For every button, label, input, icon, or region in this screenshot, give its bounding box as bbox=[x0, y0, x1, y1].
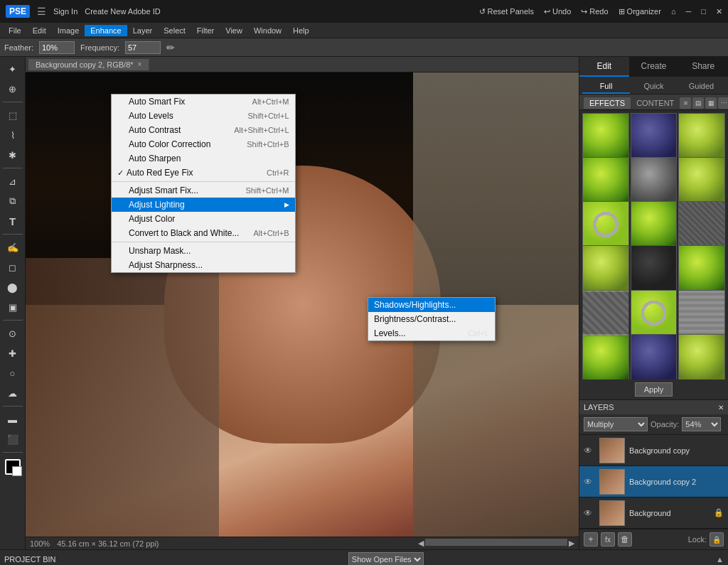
effect-thumb-1[interactable] bbox=[582, 113, 629, 160]
layer-item-bg[interactable]: 👁 Background 🔒 bbox=[579, 497, 728, 529]
tool-foreground-color[interactable] bbox=[5, 459, 21, 475]
menu-icon[interactable]: ☰ bbox=[37, 6, 46, 17]
effect-thumb-7[interactable] bbox=[582, 201, 629, 248]
effect-thumb-6[interactable] bbox=[678, 157, 725, 204]
tool-brush[interactable]: ✍ bbox=[3, 238, 23, 257]
menu-auto-color-correction[interactable]: Auto Color Correction Shift+Ctrl+B bbox=[112, 137, 295, 151]
mode-tab-full[interactable]: Full bbox=[582, 80, 630, 94]
submenu-brightness-contrast[interactable]: Brightness/Contrast... bbox=[368, 312, 495, 326]
tool-healing[interactable]: ✚ bbox=[3, 344, 23, 362]
menu-unsharp-mask[interactable]: Unsharp Mask... bbox=[112, 244, 295, 258]
project-bin-expand[interactable]: ▲ bbox=[716, 555, 724, 564]
close-btn[interactable]: ✕ bbox=[716, 7, 722, 16]
effects-tab[interactable]: EFFECTS bbox=[584, 97, 631, 109]
tool-select-rect[interactable]: ⬚ bbox=[3, 106, 23, 124]
tool-eraser[interactable]: ◻ bbox=[3, 258, 23, 276]
tool-move[interactable]: ✦ bbox=[3, 60, 23, 78]
ec-icon-small-thumb[interactable]: ▤ bbox=[692, 97, 704, 109]
canvas-tab[interactable]: Background copy 2, RGB/8* × bbox=[28, 59, 149, 70]
submenu-shadows-highlights[interactable]: Shadows/Highlights... bbox=[368, 298, 495, 312]
layer-item-bg-copy[interactable]: 👁 Background copy bbox=[579, 435, 728, 466]
tab-close[interactable]: × bbox=[138, 60, 142, 68]
effect-thumb-15[interactable] bbox=[678, 290, 725, 337]
menu-convert-bw[interactable]: Convert to Black and White... Alt+Ctrl+B bbox=[112, 226, 295, 240]
effect-thumb-2[interactable] bbox=[631, 113, 678, 160]
menu-adjust-lighting[interactable]: Adjust Lighting Shadows/Highlights... Br… bbox=[112, 198, 295, 212]
tool-smudge[interactable]: ☁ bbox=[3, 384, 23, 402]
effect-thumb-3[interactable] bbox=[678, 113, 725, 160]
mode-tab-quick[interactable]: Quick bbox=[630, 80, 678, 94]
menu-auto-sharpen[interactable]: Auto Sharpen bbox=[112, 151, 295, 166]
redo-btn[interactable]: ↪ Redo bbox=[581, 7, 608, 16]
ec-icon-list[interactable]: ≡ bbox=[680, 97, 691, 109]
menu-auto-contrast[interactable]: Auto Contrast Alt+Shift+Ctrl+L bbox=[112, 123, 295, 137]
effect-thumb-8[interactable] bbox=[631, 201, 678, 248]
organizer-btn[interactable]: ⊞ Organizer bbox=[619, 7, 661, 16]
lock-btn[interactable]: 🔒 bbox=[710, 532, 724, 547]
scroll-right[interactable]: ▶ bbox=[569, 539, 574, 548]
mode-tab-guided[interactable]: Guided bbox=[678, 80, 725, 94]
delete-layer-btn[interactable]: 🗑 bbox=[618, 532, 632, 547]
menu-auto-smart-fix[interactable]: Auto Smart Fix Alt+Ctrl+M bbox=[112, 95, 295, 109]
tool-zoom[interactable]: ⊕ bbox=[3, 80, 23, 98]
menu-adjust-sharpness[interactable]: Adjust Sharpness... bbox=[112, 258, 295, 272]
effect-thumb-11[interactable] bbox=[631, 245, 678, 292]
fx-btn[interactable]: fx bbox=[601, 532, 615, 547]
effect-thumb-13[interactable] bbox=[582, 290, 629, 337]
menu-auto-levels[interactable]: Auto Levels Shift+Ctrl+L bbox=[112, 109, 295, 123]
menu-adjust-color[interactable]: Adjust Color bbox=[112, 212, 295, 226]
tool-magic-wand[interactable]: ✱ bbox=[3, 146, 23, 164]
tool-crop[interactable]: ⧉ bbox=[3, 192, 23, 210]
layer-eye-icon-3[interactable]: 👁 bbox=[584, 508, 595, 518]
layers-panel-close[interactable]: ✕ bbox=[718, 404, 724, 411]
tool-gradient[interactable]: ▣ bbox=[3, 298, 23, 316]
effect-thumb-14[interactable] bbox=[631, 290, 678, 337]
tool-eyedropper[interactable]: ⊿ bbox=[3, 172, 23, 190]
maximize-btn[interactable]: □ bbox=[701, 7, 706, 16]
new-layer-btn[interactable]: + bbox=[584, 532, 598, 547]
ec-icon-large-thumb[interactable]: ▦ bbox=[705, 97, 717, 109]
menu-view[interactable]: View bbox=[220, 25, 248, 36]
tool-pen[interactable]: ⬛ bbox=[3, 430, 23, 448]
options-feather-input[interactable] bbox=[39, 41, 75, 54]
effect-thumb-10[interactable] bbox=[582, 245, 629, 292]
tool-paint-bucket[interactable]: ⬤ bbox=[3, 278, 23, 296]
submenu-levels[interactable]: Levels... Ctrl+L bbox=[368, 326, 495, 340]
layer-item-bg-copy-2[interactable]: 👁 Background copy 2 bbox=[579, 466, 728, 497]
layer-eye-icon[interactable]: 👁 bbox=[584, 446, 595, 456]
blend-mode-select[interactable]: Multiply Normal Screen Overlay bbox=[584, 417, 648, 431]
menu-help[interactable]: Help bbox=[287, 25, 315, 36]
panel-tab-share[interactable]: Share bbox=[678, 57, 728, 77]
menu-file[interactable]: File bbox=[3, 25, 27, 36]
effect-thumb-5[interactable] bbox=[631, 157, 678, 204]
tool-clone[interactable]: ⊙ bbox=[3, 324, 23, 343]
layer-eye-icon-2[interactable]: 👁 bbox=[584, 477, 595, 487]
effect-thumb-12[interactable] bbox=[678, 245, 725, 292]
home-btn[interactable]: ⌂ bbox=[671, 7, 676, 16]
menu-image[interactable]: Image bbox=[52, 25, 85, 36]
options-frequency-input[interactable] bbox=[125, 41, 161, 54]
effect-thumb-17[interactable] bbox=[631, 334, 678, 380]
menu-enhance[interactable]: Enhance bbox=[85, 25, 127, 36]
create-id-link[interactable]: Create New Adobe ID bbox=[85, 7, 160, 16]
reset-panels-btn[interactable]: ↺ Reset Panels bbox=[479, 7, 534, 16]
scroll-left[interactable]: ◀ bbox=[418, 539, 424, 548]
effect-thumb-18[interactable] bbox=[678, 334, 725, 380]
apply-button[interactable]: Apply bbox=[635, 382, 673, 397]
menu-auto-red-eye-fix[interactable]: Auto Red Eye Fix Ctrl+R bbox=[112, 166, 295, 180]
menu-window[interactable]: Window bbox=[248, 25, 287, 36]
menu-layer[interactable]: Layer bbox=[127, 25, 159, 36]
tool-dodge[interactable]: ○ bbox=[3, 364, 23, 382]
minimize-btn[interactable]: ─ bbox=[686, 7, 692, 16]
effect-thumb-4[interactable] bbox=[582, 157, 629, 204]
effect-thumb-16[interactable] bbox=[582, 334, 629, 380]
content-tab[interactable]: CONTENT bbox=[631, 97, 680, 109]
sign-in-link[interactable]: Sign In bbox=[53, 7, 77, 16]
tool-type[interactable]: T bbox=[3, 212, 23, 230]
effect-thumb-9[interactable] bbox=[678, 201, 725, 248]
panel-tab-create[interactable]: Create bbox=[629, 57, 679, 77]
menu-edit[interactable]: Edit bbox=[27, 25, 52, 36]
opacity-select[interactable]: 54% 100% bbox=[682, 417, 721, 431]
ec-icon-more[interactable]: ⋯ bbox=[718, 97, 728, 109]
tool-shape[interactable]: ▬ bbox=[3, 410, 23, 429]
